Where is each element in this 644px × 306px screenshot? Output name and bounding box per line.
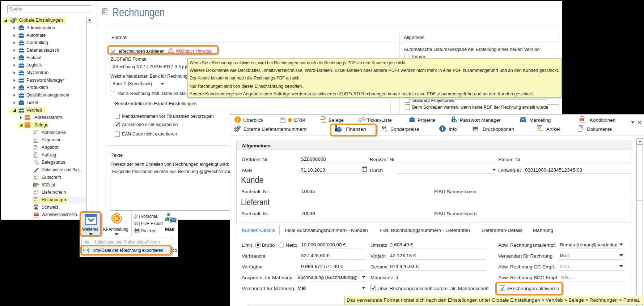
svg-text:%: %	[581, 118, 583, 121]
svg-text:PDF: PDF	[134, 223, 139, 225]
svg-text:KI: KI	[115, 217, 119, 221]
